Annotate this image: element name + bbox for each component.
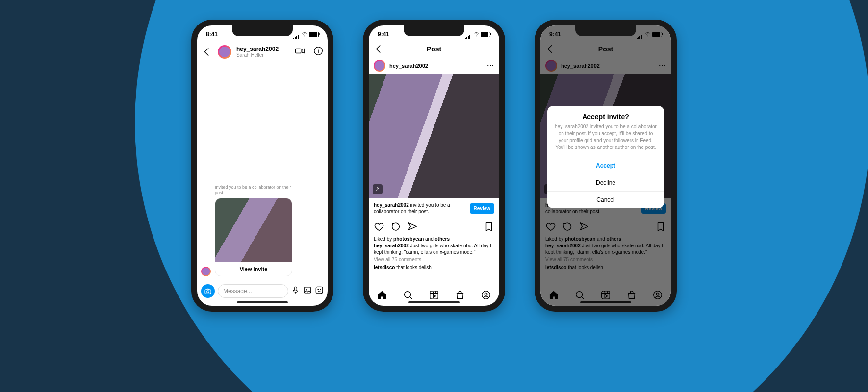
dialog-title: Accept invite?: [547, 106, 664, 123]
collab-bar: hey_sarah2002 invited you to be a collab…: [369, 198, 499, 219]
view-all-comments[interactable]: View all 75 comments: [374, 257, 494, 262]
tab-shop[interactable]: [455, 290, 465, 302]
invite-prefix: Invited you to be a collaborator on thei…: [215, 185, 292, 196]
dm-fullname: Sarah Heller: [236, 52, 289, 58]
decline-button[interactable]: Decline: [547, 174, 664, 191]
comment-button[interactable]: [390, 221, 401, 234]
phone-notch: [575, 25, 636, 36]
back-button[interactable]: [201, 46, 213, 58]
review-button[interactable]: Review: [470, 203, 494, 214]
more-button[interactable]: ···: [487, 62, 494, 70]
gallery-button[interactable]: [303, 286, 312, 296]
phone-post: 9:41 Post hey_sarah2002 ···: [363, 20, 505, 312]
caption: hey_sarah2002 Just two girls who skate n…: [374, 243, 494, 255]
share-button[interactable]: [407, 221, 418, 234]
invite-card[interactable]: View Invite: [215, 198, 292, 276]
dm-username[interactable]: hey_sarah2002: [236, 46, 289, 52]
post-header: Post: [369, 43, 499, 57]
sender-avatar[interactable]: [201, 267, 211, 276]
likes-row[interactable]: Liked by photosbyean and others: [374, 236, 494, 242]
phone-notch: [232, 25, 293, 36]
dm-header: hey_sarah2002 Sarah Heller: [197, 43, 328, 63]
tab-profile[interactable]: [481, 290, 491, 302]
signal-icon: [465, 32, 472, 37]
accept-button[interactable]: Accept: [547, 157, 664, 174]
avatar[interactable]: [374, 60, 385, 72]
status-time: 8:41: [206, 31, 218, 38]
invite-message: Invited you to be a collaborator on thei…: [215, 185, 292, 276]
wifi-icon: [473, 31, 479, 37]
post-image[interactable]: [369, 74, 499, 198]
home-indicator: [408, 301, 460, 303]
post-author-row: hey_sarah2002 ···: [369, 57, 499, 74]
home-indicator: [237, 301, 288, 303]
phone-modal: 9:41 Post hey_sarah2002 ···: [535, 20, 677, 312]
message-input[interactable]: Message...: [218, 284, 288, 298]
signal-icon: [293, 32, 300, 37]
dm-thread[interactable]: Invited you to be a collaborator on thei…: [197, 63, 328, 281]
comment-row: letsdisco that looks delish: [374, 264, 494, 270]
battery-icon: [309, 32, 319, 37]
avatar[interactable]: [218, 45, 231, 59]
post-actions: [369, 219, 499, 235]
status-time: 9:41: [378, 31, 389, 38]
tab-home[interactable]: [377, 290, 387, 302]
collab-text: hey_sarah2002 invited you to be a collab…: [374, 202, 467, 215]
video-call-button[interactable]: [294, 46, 305, 58]
invite-thumbnail: [215, 198, 292, 262]
sticker-button[interactable]: [315, 286, 324, 296]
phone-dm: 8:41 hey_sarah2002 Sarah Heller: [191, 20, 333, 312]
tagged-people-icon[interactable]: [373, 184, 383, 194]
battery-icon: [481, 32, 490, 37]
camera-button[interactable]: [201, 284, 215, 298]
tab-search[interactable]: [403, 290, 413, 302]
info-button[interactable]: [313, 46, 324, 58]
back-button[interactable]: [373, 43, 384, 55]
post-meta: Liked by photosbyean and others hey_sara…: [369, 235, 499, 271]
accept-invite-dialog: Accept invite? hey_sarah2002 invited you…: [547, 106, 664, 208]
dialog-body: hey_sarah2002 invited you to be a collab…: [547, 123, 664, 157]
wifi-icon: [302, 31, 307, 37]
bookmark-button[interactable]: [484, 221, 494, 234]
post-author[interactable]: hey_sarah2002: [389, 63, 483, 69]
view-invite-button[interactable]: View Invite: [215, 262, 292, 276]
page-title: Post: [427, 45, 441, 53]
phone-notch: [404, 25, 464, 36]
like-button[interactable]: [374, 221, 384, 234]
cancel-button[interactable]: Cancel: [547, 191, 664, 208]
tab-reels[interactable]: [429, 290, 439, 302]
voice-button[interactable]: [291, 286, 300, 296]
